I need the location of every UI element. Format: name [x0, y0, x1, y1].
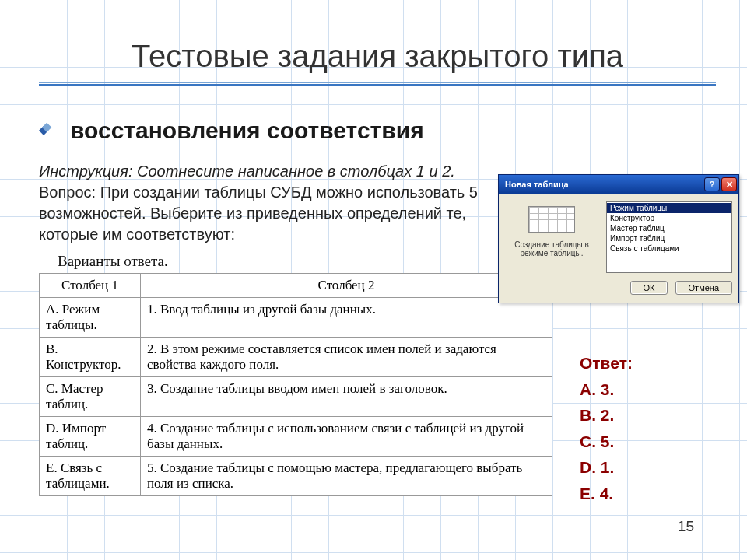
instruction-line: Инструкция: Соотнесите написанное в стол… [39, 163, 455, 180]
dialog-title: Новая таблица [505, 180, 569, 189]
help-button[interactable]: ? [704, 177, 720, 191]
table-row: E. Связь с таблицами.5. Создание таблицы… [40, 457, 552, 496]
diamond-bullet-icon [39, 124, 51, 137]
col-header-1: Столбец 1 [40, 274, 141, 298]
table-preview-icon [528, 206, 575, 233]
list-item[interactable]: Конструктор [607, 213, 731, 223]
answers-label: Ответ: [580, 350, 633, 376]
instruction-text: Инструкция: Соотнесите написанное в стол… [39, 161, 490, 245]
question-text: Вопрос: При создании таблицы СУБД можно … [39, 184, 478, 243]
list-item[interactable]: Мастер таблиц [607, 223, 731, 233]
table-row: A. Режим таблицы.1. Ввод таблицы из друг… [40, 298, 552, 338]
dialog-option-list[interactable]: Режим таблицы Конструктор Мастер таблиц … [606, 201, 732, 273]
answers-block: Ответ: A. 3. B. 2. C. 5. D. 1. E. 4. [580, 350, 633, 507]
cancel-button[interactable]: Отмена [675, 281, 732, 295]
bullet-row: восстановления соответствия [39, 117, 716, 144]
answer-item: B. 2. [580, 402, 633, 429]
dialog-preview-pane: Создание таблицы в режиме таблицы. [505, 201, 598, 273]
answer-item: E. 4. [580, 481, 633, 507]
table-row: B. Конструктор.2. В этом режиме составля… [40, 338, 552, 377]
bullet-text: восстановления соответствия [70, 117, 424, 144]
list-item[interactable]: Связь с таблицами [607, 243, 731, 254]
close-button[interactable]: ✕ [721, 177, 737, 191]
new-table-dialog: Новая таблица ? ✕ Создание таблицы в реж… [498, 174, 739, 303]
slide-title: Тестовые задания закрытого типа [39, 39, 716, 74]
table-row: C. Мастер таблиц.3. Создание таблицы вво… [40, 377, 552, 417]
dialog-titlebar: Новая таблица ? ✕ [499, 175, 738, 194]
list-item[interactable]: Режим таблицы [607, 203, 731, 213]
answer-item: C. 5. [580, 429, 633, 455]
answer-item: A. 3. [580, 376, 633, 403]
title-divider [39, 82, 716, 86]
list-item[interactable]: Импорт таблиц [607, 233, 731, 243]
preview-label: Создание таблицы в режиме таблицы. [505, 240, 598, 257]
ok-button[interactable]: ОК [630, 281, 668, 295]
answer-variants-table: Столбец 1 Столбец 2 A. Режим таблицы.1. … [39, 273, 552, 496]
col-header-2: Столбец 2 [141, 274, 552, 298]
slide-number: 15 [678, 518, 694, 535]
table-row: D. Импорт таблиц.4. Создание таблицы с и… [40, 417, 552, 457]
answer-item: D. 1. [580, 454, 633, 481]
